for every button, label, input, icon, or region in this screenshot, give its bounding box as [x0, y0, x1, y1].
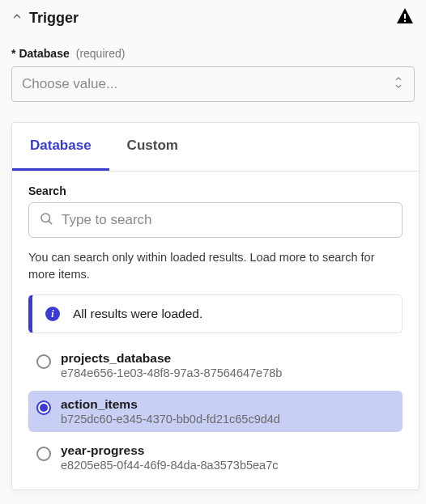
chevron-up-icon[interactable]: [11, 11, 23, 25]
search-input-wrap[interactable]: [28, 202, 403, 238]
search-icon: [39, 211, 53, 229]
database-field: *Database (required) Choose value...: [0, 32, 426, 102]
radio-icon: [36, 447, 51, 461]
option-text: year-progress e8205e85-0f44-46f9-84da-8a…: [61, 443, 278, 472]
field-label: *Database: [11, 47, 70, 60]
dropdown-panel: Database Custom Search You can search on…: [11, 122, 420, 490]
trigger-header: Trigger: [0, 0, 426, 32]
option-projects-database[interactable]: projects_database e784e656-1e03-48f8-97a…: [28, 345, 403, 386]
radio-icon: [36, 400, 51, 415]
option-id: e8205e85-0f44-46f9-84da-8a3573b5ea7c: [61, 459, 278, 472]
section-title: Trigger: [29, 10, 79, 27]
option-id: e784e656-1e03-48f8-97a3-87564647e78b: [61, 366, 282, 379]
option-id: b725dc60-e345-4370-bb0d-fd21c65c9d4d: [61, 413, 280, 426]
required-asterisk: *: [11, 47, 15, 60]
option-name: year-progress: [61, 443, 278, 458]
info-banner: i All results were loaded.: [28, 294, 403, 333]
field-label-text: Database: [19, 47, 69, 60]
database-select[interactable]: Choose value...: [11, 66, 415, 102]
option-text: action_items b725dc60-e345-4370-bb0d-fd2…: [61, 397, 280, 426]
option-year-progress[interactable]: year-progress e8205e85-0f44-46f9-84da-8a…: [28, 437, 403, 478]
options-list: projects_database e784e656-1e03-48f8-97a…: [12, 345, 419, 489]
warning-icon[interactable]: [395, 6, 415, 29]
select-caret-icon: [393, 75, 404, 93]
info-icon: i: [45, 307, 60, 321]
required-tag: (required): [76, 47, 126, 60]
select-placeholder: Choose value...: [22, 76, 117, 92]
option-name: projects_database: [61, 351, 282, 366]
tab-database[interactable]: Database: [12, 123, 109, 171]
search-section: Search: [12, 172, 419, 243]
option-action-items[interactable]: action_items b725dc60-e345-4370-bb0d-fd2…: [28, 391, 403, 432]
option-name: action_items: [61, 397, 280, 412]
search-helper-text: You can search only within loaded result…: [12, 243, 419, 294]
svg-rect-1: [404, 20, 406, 22]
tab-custom[interactable]: Custom: [109, 123, 196, 171]
search-label: Search: [28, 184, 403, 197]
svg-line-3: [49, 221, 52, 224]
option-text: projects_database e784e656-1e03-48f8-97a…: [61, 351, 282, 379]
search-input[interactable]: [62, 212, 392, 228]
info-text: All results were loaded.: [73, 307, 202, 321]
header-left: Trigger: [11, 10, 79, 27]
field-label-row: *Database (required): [11, 47, 415, 60]
tabs: Database Custom: [12, 123, 419, 172]
svg-rect-0: [404, 14, 406, 19]
radio-icon: [36, 354, 51, 369]
